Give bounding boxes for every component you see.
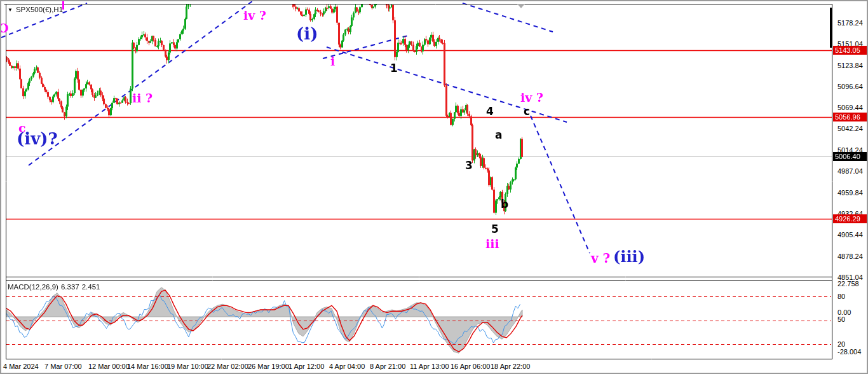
time-tick-label: 7 Mar 07:00: [44, 363, 82, 370]
current-price-badge: 5006.40: [833, 152, 868, 161]
wave-ii-question[interactable]: ii ?: [132, 92, 153, 104]
time-tick-label: 11 Apr 13:00: [410, 363, 449, 370]
wave-v-question[interactable]: v ?: [591, 252, 610, 265]
macd-indicator-label: MACD(12,26,9)6.3372.451: [8, 283, 102, 291]
wave-iv-question[interactable]: iv ?: [520, 92, 543, 104]
time-tick-label: 4 Apr 04:00: [329, 363, 365, 370]
wave-1[interactable]: 1: [390, 63, 398, 74]
time-tick-label: 26 Mar 19:00: [248, 363, 289, 370]
price-tick-label: 4987.04: [837, 167, 863, 175]
wave-o-partial[interactable]: O: [0, 22, 9, 34]
price-tick-label: 5123.84: [837, 62, 863, 69]
chart-window: ▼SPX500(€),H1 MACD(12,26,9)6.3372.451 51…: [0, 0, 868, 374]
time-tick-label: 1 Apr 12:00: [288, 363, 324, 370]
level-price-badge: 5143.05: [833, 46, 868, 55]
level-price-badge: 5056.96: [833, 113, 868, 121]
time-tick-label: 18 Apr 22:00: [491, 363, 530, 370]
time-tick-label: 4 Mar 2024: [3, 363, 39, 370]
wave-4[interactable]: 4: [486, 106, 494, 117]
wave-c-black[interactable]: c: [524, 106, 530, 117]
price-axis[interactable]: 5178.245151.045123.845096.645069.445042.…: [832, 1, 868, 359]
time-tick-label: 8 Apr 21:00: [370, 363, 405, 370]
macd-value-signal: 2.451: [82, 283, 100, 291]
price-tick-label: 4959.84: [837, 189, 863, 197]
wave-paren-i[interactable]: (i): [296, 25, 318, 42]
price-tick-label: 5069.44: [837, 104, 863, 111]
price-chart-canvas[interactable]: [1, 1, 868, 374]
wave-3[interactable]: 3: [465, 160, 473, 171]
symbol-period-label[interactable]: ▼SPX500(€),H1: [8, 6, 63, 13]
time-tick-label: 12 Mar 00:00: [88, 363, 130, 370]
wave-a[interactable]: a: [495, 130, 502, 141]
macd-value-main: 6.337: [61, 283, 79, 291]
time-axis[interactable]: 4 Mar 20247 Mar 07:0012 Mar 00:0014 Mar …: [1, 359, 868, 374]
macd-name: MACD(12,26,9): [8, 283, 58, 291]
macd-axis-label: 22.758: [837, 280, 859, 287]
price-tick-label: 5042.24: [837, 125, 863, 132]
chevron-down-icon[interactable]: ▼: [8, 7, 13, 13]
wave-paren-iv-question[interactable]: (iv)?: [17, 130, 58, 147]
macd-axis-label: 80: [837, 293, 845, 300]
symbol-text: SPX500(€),H1: [16, 6, 63, 13]
time-tick-label: 16 Apr 06:00: [451, 363, 490, 370]
price-tick-label: 4905.44: [837, 231, 863, 239]
time-tick-label: 14 Mar 16:00: [127, 363, 168, 370]
price-tick-label: 4878.24: [837, 253, 863, 260]
wave-i[interactable]: i: [330, 55, 335, 67]
price-tick-label: 5178.24: [837, 19, 863, 27]
wave-iv-question-top[interactable]: iv ?: [243, 10, 266, 22]
time-tick-label: 22 Mar 02:00: [207, 363, 248, 370]
wave-5[interactable]: 5: [491, 224, 499, 235]
wave-iii[interactable]: iii: [485, 238, 499, 250]
macd-axis-label: 20: [837, 340, 845, 348]
level-price-badge: 4926.29: [833, 214, 868, 223]
wave-b[interactable]: b: [501, 199, 508, 210]
macd-axis-label: 50: [837, 315, 845, 323]
price-tick-label: 5096.64: [837, 83, 863, 90]
macd-axis-label: -28.004: [837, 348, 861, 356]
time-tick-label: 19 Mar 10:00: [167, 363, 208, 370]
wave-paren-iii[interactable]: (iii): [613, 249, 645, 265]
